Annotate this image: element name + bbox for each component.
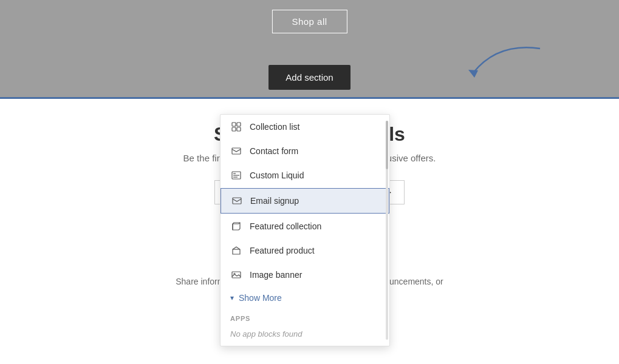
featured-collection-icon (230, 220, 242, 232)
svg-rect-2 (237, 123, 241, 126)
no-apps-text: No app blocks found (221, 325, 389, 346)
dropdown-item-label: Collection list (250, 122, 299, 132)
svg-rect-1 (232, 123, 236, 126)
scrollbar-track[interactable] (386, 121, 388, 340)
shop-all-button[interactable]: Shop all (272, 10, 347, 33)
contact-icon (230, 145, 242, 157)
dropdown-item-label: Email signup (250, 196, 299, 206)
dropdown-item-label: Custom Liquid (250, 170, 304, 180)
svg-rect-4 (237, 127, 241, 131)
dropdown-item-email-signup[interactable]: Email signup (221, 188, 389, 214)
dropdown-item-label: Featured product (250, 246, 315, 255)
top-hero-section: Shop all Add section (0, 0, 619, 97)
svg-rect-11 (232, 272, 241, 278)
dropdown-item-collection-list[interactable]: Collection list (221, 115, 389, 139)
featured-product-icon (230, 244, 242, 257)
apps-section-label: APPS (221, 309, 389, 325)
dropdown-item-label: Featured collection (250, 221, 321, 231)
show-more-button[interactable]: ▾ Show More (221, 287, 389, 309)
dropdown-item-label: Image banner (250, 270, 302, 280)
add-section-bar: Add section (0, 65, 619, 97)
show-more-label: Show More (239, 293, 282, 303)
dropdown-item-custom-liquid[interactable]: Custom Liquid (221, 163, 389, 187)
svg-rect-5 (232, 148, 241, 154)
dropdown-item-label: Contact form (250, 146, 298, 156)
add-section-dropdown: Collection list Contact form (220, 114, 390, 346)
custom-liquid-icon (230, 169, 242, 181)
svg-rect-3 (232, 127, 236, 131)
email-signup-icon (231, 195, 243, 207)
dropdown-item-featured-product[interactable]: Featured product (221, 238, 389, 263)
collection-icon (230, 121, 242, 133)
dropdown-item-contact-form[interactable]: Contact form (221, 139, 389, 163)
add-section-button[interactable]: Add section (268, 65, 350, 90)
image-banner-icon (230, 269, 242, 281)
svg-rect-10 (233, 198, 241, 204)
dropdown-item-image-banner[interactable]: Image banner (221, 263, 389, 287)
chevron-down-icon: ▾ (230, 294, 234, 302)
dropdown-item-featured-collection[interactable]: Featured collection (221, 214, 389, 238)
scrollbar-thumb[interactable] (386, 121, 388, 169)
